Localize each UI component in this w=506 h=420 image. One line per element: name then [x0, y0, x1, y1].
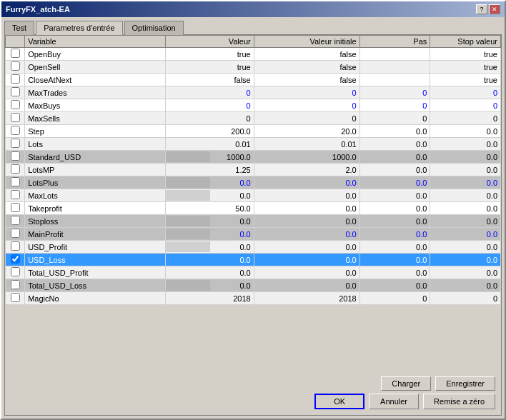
row-pas: 0	[359, 86, 430, 99]
charger-button[interactable]: Charger	[381, 376, 431, 391]
row-checkbox[interactable]	[11, 280, 20, 289]
row-checkbox[interactable]	[11, 49, 20, 58]
row-checkbox[interactable]	[11, 61, 20, 71]
col-header-stop: Stop valeur	[430, 36, 501, 48]
row-checkbox[interactable]	[11, 229, 20, 238]
row-variable: USD_Profit	[25, 241, 166, 254]
row-checkbox[interactable]	[11, 113, 20, 122]
tab-test[interactable]: Test	[4, 21, 34, 35]
row-checkbox-cell[interactable]	[6, 74, 25, 86]
row-checkbox-cell[interactable]	[6, 292, 25, 305]
row-checkbox[interactable]	[11, 216, 20, 225]
row-checkbox-cell[interactable]	[6, 61, 25, 74]
row-stop: 0	[430, 292, 501, 305]
row-variable: Lots	[25, 138, 166, 151]
row-stop: true	[430, 74, 501, 86]
row-checkbox-cell[interactable]	[6, 151, 25, 164]
table-row: MaxTrades0000	[6, 86, 501, 99]
table-row: MagicNo2018201800	[6, 292, 501, 305]
col-header-valeur-init: Valeur initiale	[254, 36, 359, 48]
row-valeur: true	[166, 61, 254, 74]
ok-button[interactable]: OK	[314, 394, 364, 409]
row-checkbox[interactable]	[11, 87, 20, 96]
annuler-button[interactable]: Annuler	[369, 394, 419, 409]
table-row: MaxLots0.00.00.00.0	[6, 189, 501, 202]
row-valeur-init: 0.0	[254, 279, 359, 292]
row-variable: LotsMP	[25, 164, 166, 176]
row-checkbox[interactable]	[11, 267, 20, 276]
row-checkbox-cell[interactable]	[6, 138, 25, 151]
row-valeur: 0.01	[166, 138, 254, 151]
row-checkbox[interactable]	[11, 151, 20, 161]
row-pas: 0	[359, 112, 430, 125]
row-valeur: 2018	[166, 292, 254, 305]
row-checkbox[interactable]	[11, 293, 20, 302]
row-stop: 0.0	[430, 202, 501, 215]
row-valeur-init: 0.0	[254, 215, 359, 228]
remise-zero-button[interactable]: Remise a zéro	[423, 394, 495, 409]
row-pas: 0.0	[359, 266, 430, 279]
row-checkbox[interactable]	[11, 254, 20, 264]
tab-optimisation[interactable]: Optimisation	[124, 21, 184, 35]
row-stop: 0.0	[430, 228, 501, 241]
row-checkbox[interactable]	[11, 241, 20, 251]
close-button[interactable]: ✕	[489, 4, 500, 14]
row-variable: MaxBuys	[25, 99, 166, 112]
row-checkbox[interactable]	[11, 164, 20, 174]
row-checkbox-cell[interactable]	[6, 202, 25, 215]
table-row: Standard_USD1000.01000.00.00.0	[6, 151, 501, 164]
row-valeur: 50.0	[166, 202, 254, 215]
row-stop: 0.0	[430, 138, 501, 151]
row-variable: MagicNo	[25, 292, 166, 305]
row-checkbox-cell[interactable]	[6, 189, 25, 202]
title-bar-buttons: ? ✕	[476, 4, 500, 14]
row-variable: Step	[25, 125, 166, 138]
row-checkbox-cell[interactable]	[6, 228, 25, 241]
row-stop: 0.0	[430, 164, 501, 176]
row-checkbox[interactable]	[11, 100, 20, 109]
row-checkbox-cell[interactable]	[6, 164, 25, 176]
tab-parametres[interactable]: Parametres d'entrée	[36, 21, 122, 35]
row-checkbox-cell[interactable]	[6, 86, 25, 99]
table-row: Lots0.010.010.00.0	[6, 138, 501, 151]
table-row: CloseAtNextfalsefalsetrue	[6, 74, 501, 86]
row-checkbox[interactable]	[11, 126, 20, 135]
row-checkbox[interactable]	[11, 190, 20, 199]
row-valeur: 0.0	[166, 241, 254, 254]
table-row: MaxSells0000	[6, 112, 501, 125]
row-stop: 0	[430, 112, 501, 125]
row-valeur-init: 0.01	[254, 138, 359, 151]
row-checkbox-cell[interactable]	[6, 99, 25, 112]
row-stop: 0.0	[430, 266, 501, 279]
row-checkbox-cell[interactable]	[6, 125, 25, 138]
row-checkbox-cell[interactable]	[6, 48, 25, 61]
row-checkbox-cell[interactable]	[6, 266, 25, 279]
row-valeur: 1.25	[166, 164, 254, 176]
row-checkbox[interactable]	[11, 203, 20, 212]
row-checkbox-cell[interactable]	[6, 254, 25, 266]
enregistrer-button[interactable]: Enregistrer	[435, 376, 495, 391]
main-window: FurryFX_atch-EA ? ✕ Test Parametres d'en…	[0, 0, 506, 420]
row-checkbox-cell[interactable]	[6, 241, 25, 254]
table-row: Step200.020.00.00.0	[6, 125, 501, 138]
help-button[interactable]: ?	[476, 4, 487, 14]
row-checkbox[interactable]	[11, 139, 20, 148]
row-pas: 0.0	[359, 215, 430, 228]
row-pas: 0.0	[359, 164, 430, 176]
row-stop: 0.0	[430, 279, 501, 292]
row-variable: LotsPlus	[25, 176, 166, 189]
ok-buttons-row: OK Annuler Remise a zéro	[5, 394, 501, 415]
row-valeur-init: false	[254, 74, 359, 86]
row-stop: true	[430, 61, 501, 74]
row-checkbox-cell[interactable]	[6, 279, 25, 292]
row-checkbox-cell[interactable]	[6, 215, 25, 228]
row-stop: 0	[430, 86, 501, 99]
col-header-valeur: Valeur	[166, 36, 254, 48]
row-pas: 0	[359, 99, 430, 112]
table-row: OpenSelltruefalsetrue	[6, 61, 501, 74]
row-stop: true	[430, 48, 501, 61]
row-checkbox[interactable]	[11, 177, 20, 186]
row-checkbox-cell[interactable]	[6, 176, 25, 189]
row-checkbox-cell[interactable]	[6, 112, 25, 125]
row-checkbox[interactable]	[11, 74, 20, 84]
